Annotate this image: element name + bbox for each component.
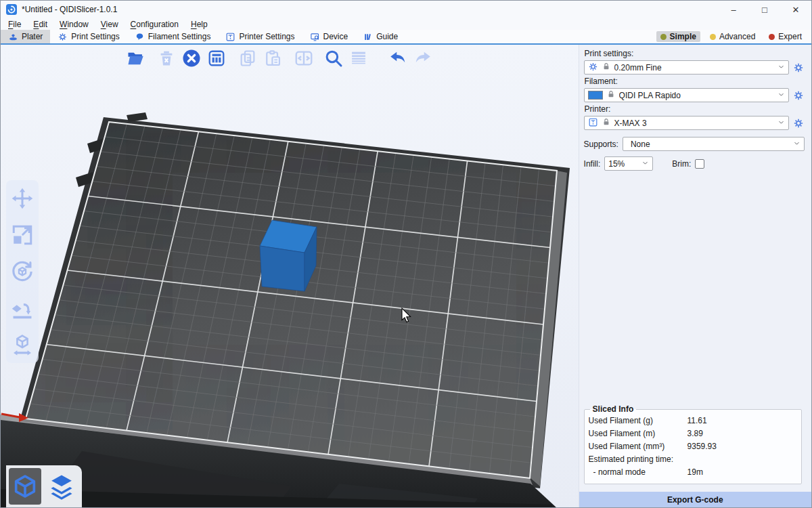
printer-gear-button[interactable] [792,117,805,129]
undo-button[interactable] [387,47,409,70]
layer-height-button [348,47,369,70]
gear-icon [588,62,598,74]
sliced-info-label: Estimated printing time: [589,453,687,466]
title-bar: *Untitled - QIDISlicer-1.0.1 – □ ✕ [1,1,811,18]
tab-device[interactable]: Device [302,30,356,43]
menu-item-view[interactable]: View [95,20,125,29]
menu-item-window[interactable]: Window [53,20,95,29]
tabs: PlaterPrint SettingsFilament SettingsPri… [1,30,405,43]
copy-button [237,47,258,70]
infill-combo[interactable]: 15% [604,156,653,171]
paste-button [262,47,284,70]
mode-dot-icon [710,34,716,40]
chevron-down-icon [792,139,801,150]
chevron-down-icon [641,158,650,169]
sliced-info-label: Used Filament (m) [589,427,687,440]
sliced-info-value: 9359.93 [687,440,796,453]
flatten-gizmo-button[interactable] [8,294,37,322]
mode-label: Expert [778,32,802,41]
tab-print-settings[interactable]: Print Settings [50,30,127,43]
search-button[interactable] [323,47,344,70]
export-gcode-button[interactable]: Export G-code [579,492,811,507]
view-3d-button[interactable] [9,468,41,505]
sliced-info-row: Estimated printing time: [589,453,796,466]
menu-item-configuration[interactable]: Configuration [125,20,185,29]
tab-filament-settings[interactable]: Filament Settings [127,30,219,43]
chevron-down-icon [777,118,786,129]
filament-label: Filament: [585,77,805,86]
supports-label: Supports: [584,140,618,149]
print-bed[interactable] [26,122,557,478]
mode-simple[interactable]: Simple [656,31,700,42]
mode-expert[interactable]: Expert [765,31,806,42]
mode-label: Advanced [719,32,755,41]
toolbar-main [125,47,437,70]
maximize-button[interactable]: □ [749,1,780,18]
printer-combo[interactable]: X-MAX 3 [584,116,789,130]
sliced-info-value [687,453,796,466]
menu-item-file[interactable]: File [2,20,27,29]
tab-label: Device [323,32,348,41]
sliced-info-box: Sliced Info Used Filament (g)11.61Used F… [584,404,802,484]
printer-label: Printer: [585,104,805,114]
tab-printer-settings[interactable]: Printer Settings [218,30,302,43]
rotate-gizmo-button[interactable] [8,257,37,286]
lock-icon [606,89,616,101]
infill-label: Infill: [584,159,601,169]
view-toggles [6,465,82,507]
lock-icon [602,117,611,129]
brim-checkbox[interactable] [695,159,704,169]
sliced-info-label: Used Filament (g) [589,415,687,427]
sliced-info-value: 3.89 [687,427,796,440]
print-settings-gear-button[interactable] [792,62,805,74]
delete-all-button[interactable] [181,47,202,70]
close-button[interactable]: ✕ [780,1,811,18]
scale-gizmo-button[interactable] [8,221,37,249]
sliced-info-value: 11.61 [687,415,796,427]
view-layers-button[interactable] [45,468,78,505]
print-settings-combo[interactable]: 0.20mm Fine [584,60,789,75]
device-icon [310,32,320,42]
menu-item-help[interactable]: Help [185,20,214,29]
mode-dot-icon [769,34,775,40]
toolbar-gizmos [6,180,39,363]
split-button [293,47,315,70]
mode-advanced[interactable]: Advanced [706,31,759,42]
filament-color-swatch [588,91,603,100]
mode-dot-icon [660,34,667,40]
tab-guide[interactable]: Guide [355,30,405,43]
sliced-info-label: Used Filament (mm³) [589,440,687,453]
scene-canvas[interactable] [1,45,579,507]
tab-bar: PlaterPrint SettingsFilament SettingsPri… [1,30,811,45]
infill-value: 15% [608,159,637,169]
menu-bar: FileEditWindowViewConfigurationHelp [1,18,811,30]
model-cube[interactable] [260,220,317,291]
menu-item-edit[interactable]: Edit [27,20,53,29]
sliced-info-row: Used Filament (mm³)9359.93 [589,440,796,453]
tab-label: Filament Settings [148,32,211,41]
arrange-button[interactable] [206,47,227,70]
delete-button [156,47,177,70]
filament-value: QIDI PLA Rapido [619,91,773,100]
move-gizmo-button[interactable] [8,184,37,213]
minimize-button[interactable]: – [718,1,749,18]
print-settings-label: Print settings: [585,49,805,58]
open-button[interactable] [125,47,146,70]
filament-combo[interactable]: QIDI PLA Rapido [584,88,789,102]
filament-gear-button[interactable] [792,89,805,102]
window-controls: – □ ✕ [718,1,811,18]
tab-plater[interactable]: Plater [1,30,50,43]
supports-combo[interactable]: None [623,137,805,151]
filament-icon [135,32,145,42]
printer-value: X-MAX 3 [614,119,773,128]
sliced-info-label: - normal mode [589,466,687,479]
viewport-3d[interactable] [1,45,579,507]
redo-button [412,47,434,70]
measure-gizmo-button[interactable] [8,331,37,359]
plater-icon [8,32,18,42]
printer-icon [588,117,598,129]
app-window: *Untitled - QIDISlicer-1.0.1 – □ ✕ FileE… [0,0,812,508]
app-logo-icon [6,4,17,15]
sliced-info-row: - normal mode19m [589,466,796,479]
mode-label: Simple [670,32,696,41]
